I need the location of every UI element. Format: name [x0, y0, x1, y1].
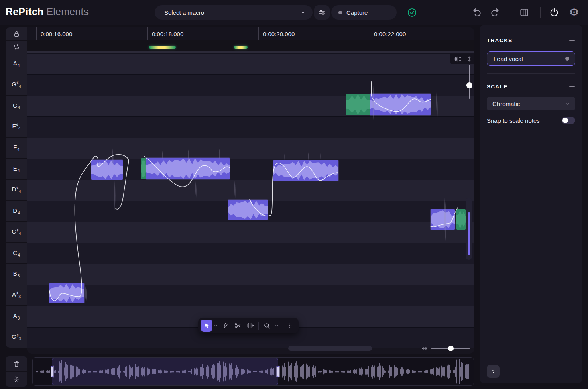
track-status-dot[interactable]: [565, 57, 569, 61]
view-window-left-handle[interactable]: [51, 366, 53, 377]
timeline-label: 0:00:20.000: [263, 31, 295, 37]
note-clip-G4-green[interactable]: [346, 94, 370, 115]
timeline-label: 0:00:18.000: [152, 31, 183, 37]
note-label: G4: [13, 102, 20, 110]
pitch-rail-note-Cs4[interactable]: C♯4: [6, 222, 27, 242]
audio-overview[interactable]: [32, 357, 474, 386]
toggle-knob: [562, 118, 568, 123]
tuning-fork-tool-button[interactable]: [220, 320, 231, 332]
logo-secondary: Elements: [46, 6, 89, 17]
horizontal-zoom-slider-handle[interactable]: [448, 346, 454, 351]
redo-button[interactable]: [490, 7, 501, 18]
macro-select-value: Select a macro: [164, 9, 204, 16]
collapse-lanes-button[interactable]: [6, 372, 27, 387]
sliders-icon: [318, 8, 326, 16]
clip-waveform: [273, 160, 338, 181]
note-clip-E4-green[interactable]: [141, 158, 146, 179]
undo-button[interactable]: [472, 7, 482, 18]
pointer-tool-chevron[interactable]: [213, 320, 219, 332]
note-label: D♯4: [12, 186, 21, 194]
pitch-rail-note-Fs4[interactable]: F♯4: [6, 116, 27, 137]
pitch-rail-note-A4[interactable]: A4: [6, 53, 27, 74]
time-warp-tool-button[interactable]: [244, 320, 256, 332]
note-label: D4: [13, 207, 20, 215]
pitch-rail-note-C4[interactable]: C4: [6, 243, 27, 263]
timeline[interactable]: 0:00:16.0000:00:18.0000:00:20.0000:00:22…: [27, 27, 474, 40]
pitch-rail-note-A3[interactable]: A3: [6, 306, 27, 326]
gear-icon[interactable]: ⚙: [569, 6, 579, 18]
note-label: G♯3: [12, 333, 21, 341]
vertical-zoom-slider[interactable]: [469, 65, 470, 99]
note-clip-D4-green[interactable]: [456, 209, 466, 230]
note-clips-layer: [27, 53, 474, 348]
note-label: F4: [13, 144, 20, 152]
delete-button[interactable]: [6, 356, 27, 371]
panel-expand-button[interactable]: [487, 365, 500, 378]
overview-view-window[interactable]: [52, 358, 278, 385]
pitch-rail-note-Gs4[interactable]: G♯4: [6, 74, 27, 95]
chevron-down-icon: [564, 100, 570, 107]
macro-select[interactable]: Select a macro: [155, 5, 313, 20]
pitch-rail-note-Gs3[interactable]: G♯3: [6, 327, 27, 348]
scale-collapse-button[interactable]: [569, 84, 575, 90]
power-button[interactable]: [549, 7, 560, 18]
note-label: A♯3: [12, 291, 21, 299]
analysis-marker: [149, 46, 176, 49]
pitch-rail-note-D4[interactable]: D4: [6, 201, 27, 221]
note-label: C♯4: [12, 228, 21, 236]
snap-to-scale-toggle[interactable]: [562, 117, 575, 124]
clip-waveform: [431, 209, 455, 230]
note-clip-D4-purple[interactable]: [228, 200, 268, 220]
edit-toolbar: [198, 318, 299, 333]
note-clip-E4-purple[interactable]: [273, 160, 338, 181]
zoom-tool-button[interactable]: [261, 320, 273, 332]
track-item-lead-vocal[interactable]: Lead vocal: [487, 51, 575, 66]
pitch-rail-note-F4[interactable]: F4: [6, 138, 27, 158]
topbar-divider: [511, 7, 511, 18]
topbar-divider: [540, 7, 541, 18]
macro-settings-button[interactable]: [314, 5, 330, 20]
note-clip-E4-purple[interactable]: [91, 160, 123, 180]
analysis-marker: [234, 46, 248, 49]
clip-waveform: [456, 209, 466, 230]
toolbar-drag-handle[interactable]: [285, 320, 296, 332]
pitch-scrollbar-thumb[interactable]: [468, 212, 470, 255]
horizontal-scrollbar[interactable]: [288, 346, 372, 351]
marker-strip: [27, 40, 474, 51]
note-clip-G4-purple[interactable]: [370, 94, 431, 115]
clip-waveform: [91, 160, 123, 180]
note-clip-E4-purple[interactable]: [146, 158, 230, 179]
tracks-collapse-button[interactable]: [569, 37, 575, 43]
vertical-zoom-icon[interactable]: [466, 56, 472, 62]
logo-primary: RePitch: [6, 6, 43, 17]
scale-select[interactable]: Chromatic: [487, 97, 575, 110]
layout-columns-button[interactable]: [519, 7, 529, 18]
note-clip-As3-purple[interactable]: [49, 283, 84, 303]
record-dot-icon: [338, 11, 342, 14]
pitch-rail-note-B3[interactable]: B3: [6, 264, 27, 284]
loop-button[interactable]: [6, 41, 27, 53]
pitch-editor: 0:00:16.0000:00:18.0000:00:20.0000:00:22…: [27, 27, 474, 354]
capture-button[interactable]: Capture: [331, 5, 397, 20]
pitch-rail-note-Ds4[interactable]: D♯4: [6, 180, 27, 200]
pointer-tool-button[interactable]: [201, 320, 212, 332]
pitch-rail-note-E4[interactable]: E4: [6, 159, 27, 179]
lock-button[interactable]: [6, 27, 27, 40]
note-label: A3: [13, 312, 20, 320]
vertical-zoom-slider-handle[interactable]: [466, 82, 472, 88]
scissors-tool-button[interactable]: [232, 320, 244, 332]
view-window-right-handle[interactable]: [277, 366, 279, 377]
status-check-indicator: [407, 8, 417, 18]
timeline-tick: [36, 27, 37, 40]
zoom-tool-chevron[interactable]: [274, 320, 279, 332]
scale-select-value: Chromatic: [492, 100, 520, 107]
clip-waveform: [346, 94, 370, 115]
waveform-height-icon[interactable]: [453, 56, 462, 62]
note-clip-D4-purple[interactable]: [431, 209, 455, 230]
timeline-label: 0:00:16.000: [41, 31, 72, 37]
timeline-label: 0:00:22.000: [374, 31, 406, 37]
snap-to-scale-label: Snap to scale notes: [487, 117, 540, 124]
pitch-rail-note-G4[interactable]: G4: [6, 96, 27, 116]
pitch-rail-note-As3[interactable]: A♯3: [6, 285, 27, 305]
horizontal-zoom-icon[interactable]: [421, 345, 428, 352]
